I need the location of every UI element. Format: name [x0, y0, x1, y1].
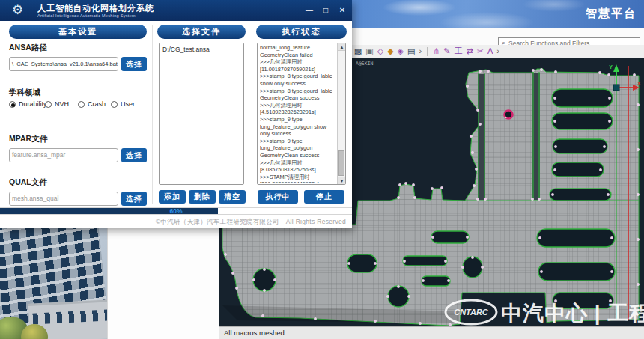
file-list-item[interactable]: D:/CG_test.ansa	[162, 46, 240, 53]
mpar-select-button[interactable]: 选择	[121, 148, 147, 162]
radio-crash[interactable]: Crash	[78, 100, 106, 108]
mpar-label: MPAR文件	[9, 134, 47, 144]
close-button[interactable]: ✕	[337, 5, 347, 16]
cutter-icon[interactable]: ✂	[477, 47, 484, 55]
radio-label: Durability	[19, 100, 47, 108]
radio-label: User	[121, 100, 135, 108]
stop-button[interactable]: 停止	[304, 190, 344, 204]
clear-button[interactable]: 清空	[219, 190, 246, 204]
ansa-path-label: ANSA路径	[9, 43, 47, 53]
execution-log[interactable]: normal_long_feature GeometryClean failed…	[257, 43, 346, 185]
column-divider	[252, 25, 252, 204]
trash-icon[interactable]: ▣	[365, 47, 373, 55]
minimize-button[interactable]: —	[304, 5, 315, 16]
progress-label: 60%	[0, 208, 352, 215]
qual-select-button[interactable]: 选择	[121, 192, 147, 206]
log-text: normal_long_feature GeometryClean failed…	[260, 44, 335, 183]
selected-node-marker	[505, 111, 513, 119]
mpar-input[interactable]: feature.ansa_mpar	[9, 148, 118, 162]
note-edit-icon[interactable]: ✎	[443, 47, 450, 55]
radio-durability[interactable]: Durability	[9, 100, 47, 108]
radio-label: NVH	[55, 100, 69, 108]
add-button[interactable]: 添加	[159, 190, 186, 204]
delete-button[interactable]: 删除	[189, 190, 216, 204]
ansa-status-bar: All macros meshed .	[219, 326, 644, 339]
clamp-icon[interactable]: 工	[455, 47, 463, 55]
page-background-panel	[107, 228, 219, 339]
radio-nvh[interactable]: NVH	[45, 100, 69, 108]
radio-label: Crash	[88, 100, 106, 108]
discipline-label: 学科领域	[9, 88, 40, 98]
scroll-down-icon[interactable]: ▼	[338, 177, 346, 184]
probe-icon[interactable]: A	[487, 47, 493, 55]
screen: 智慧平台 ⌕ ▥☑✎›⚙⊕›↶▾↷▾▦▩▣◇◆◈▤›⋔✎工⇄✂A›	[0, 0, 644, 339]
watermark-logo: CNTARC	[454, 308, 489, 317]
radio-dot[interactable]	[45, 101, 52, 108]
app-logo-icon: ⚙	[12, 2, 30, 19]
radio-dot[interactable]	[9, 101, 16, 108]
column-divider	[152, 25, 153, 204]
log-scrollbar[interactable]: ▲ ▼	[337, 43, 345, 184]
move-arrows-icon[interactable]: ◈	[398, 47, 404, 55]
section-header-files: 选择文件	[157, 25, 246, 39]
scroll-up-icon[interactable]: ▲	[338, 43, 346, 51]
qual-label: QUAL文件	[9, 177, 47, 188]
scroll-thumb[interactable]	[338, 150, 344, 176]
ai-meshing-dialog: ⚙ 人工智能自动化网格划分系统 Artificial Intelligence …	[0, 0, 352, 228]
toolbar-separator	[427, 47, 428, 56]
qual-input[interactable]: mesh.ansa_qual	[9, 192, 118, 206]
discipline-radio-group: DurabilityNVHCrashUser	[9, 100, 148, 111]
x-axis-label: X	[637, 81, 641, 86]
wrench-icon[interactable]: ⋔	[433, 47, 440, 55]
dialog-titlebar[interactable]: ⚙ 人工智能自动化网格划分系统 Artificial Intelligence …	[0, 0, 352, 21]
bell-icon[interactable]: ◆	[387, 47, 393, 55]
file-list[interactable]: D:/CG_test.ansa	[159, 43, 244, 185]
y-axis-label: Y	[609, 64, 613, 70]
ansa-path-select-button[interactable]: 选择	[121, 57, 147, 71]
radio-dot[interactable]	[78, 101, 85, 108]
radio-user[interactable]: User	[111, 100, 135, 108]
viewport-mode-label: A@SKIN	[356, 61, 374, 67]
radio-dot[interactable]	[111, 101, 118, 108]
building-photo	[0, 228, 107, 339]
maximize-button[interactable]: □	[321, 5, 331, 16]
copyright: ©中汽研（天津）汽车工程研究院有限公司 All Rights Reserved	[0, 215, 352, 228]
more-chevron-icon[interactable]: ›	[496, 47, 499, 55]
platform-title: 智慧平台	[586, 7, 637, 21]
section-header-status: 执行状态	[256, 25, 347, 39]
swap-arrows-icon[interactable]: ⇄	[467, 47, 473, 55]
more-chevron-icon[interactable]: ›	[419, 47, 422, 55]
dialog-subtitle: Artificial Intelligence Automatic Meshin…	[37, 13, 136, 18]
dialog-title: 人工智能自动化网格划分系统	[37, 3, 154, 14]
film-grid-icon[interactable]: ▩	[354, 47, 362, 55]
watermark-text: 中汽中心 | 工程院	[501, 302, 644, 325]
running-button[interactable]: 执行中	[258, 190, 298, 204]
compass-icon[interactable]: ◇	[377, 47, 383, 55]
progress-bar: 60%	[0, 207, 352, 215]
panel-list-icon[interactable]: ▤	[407, 47, 415, 55]
ansa-path-input[interactable]: \_CAE_Systems\ansa_v21.0.1\ansa64.bat	[9, 57, 118, 71]
section-header-basic: 基本设置	[9, 25, 147, 39]
